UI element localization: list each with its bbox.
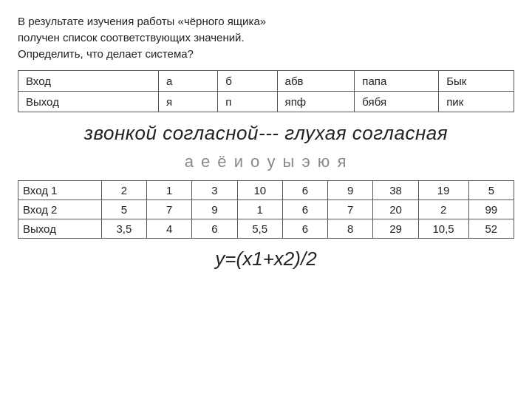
intro-text: В результате изучения работы «чёрного ящ… bbox=[18, 13, 514, 61]
table-cell: 3,5 bbox=[101, 219, 146, 239]
table-cell: 1 bbox=[237, 200, 282, 219]
table-cell: Вход bbox=[18, 71, 159, 92]
table-cell: 38 bbox=[373, 181, 418, 200]
table-cell: 2 bbox=[418, 200, 468, 219]
table-row: ВходабабвпапаБык bbox=[18, 71, 514, 92]
table-cell: 7 bbox=[147, 200, 192, 219]
table-cell: 4 bbox=[147, 219, 192, 239]
table-cell: Вход 1 bbox=[18, 181, 102, 200]
table-cell: 6 bbox=[282, 181, 327, 200]
table2: Вход 1213106938195Вход 257916720299Выход… bbox=[18, 180, 514, 239]
table-cell: 10 bbox=[237, 181, 282, 200]
table-cell: 99 bbox=[468, 200, 514, 219]
table-cell: япф bbox=[277, 92, 355, 112]
table-cell: Вход 2 bbox=[18, 200, 102, 219]
page: В результате изучения работы «чёрного ящ… bbox=[0, 0, 532, 399]
table-cell: абв bbox=[277, 71, 355, 92]
table-cell: 5 bbox=[101, 200, 146, 219]
table-cell: я bbox=[159, 92, 218, 112]
table-cell: б bbox=[218, 71, 277, 92]
table-cell: 6 bbox=[282, 219, 327, 239]
intro-line1: В результате изучения работы «чёрного ящ… bbox=[18, 15, 266, 27]
intro-line2: получен список соответствующих значений. bbox=[18, 31, 245, 44]
table-cell: 10,5 bbox=[418, 219, 468, 239]
table-row: Выход3,5465,5682910,552 bbox=[18, 219, 514, 239]
table-cell: 6 bbox=[282, 200, 327, 219]
formula-text: y=(x1+x2)/2 bbox=[18, 248, 514, 270]
table-row: Выходяпяпфбябяпик bbox=[18, 92, 514, 112]
table-cell: п bbox=[218, 92, 277, 112]
table-cell: 9 bbox=[192, 200, 237, 219]
table-cell: 7 bbox=[328, 200, 373, 219]
table-row: Вход 257916720299 bbox=[18, 200, 514, 219]
table-cell: 1 bbox=[147, 181, 192, 200]
table-cell: Выход bbox=[18, 219, 102, 239]
intro-line3: Определить, что делает система? bbox=[18, 47, 194, 60]
table-cell: 5,5 bbox=[237, 219, 282, 239]
table-cell: Бык bbox=[439, 71, 514, 92]
table-cell: 19 bbox=[418, 181, 468, 200]
table-cell: 8 bbox=[328, 219, 373, 239]
table-cell: Выход bbox=[18, 92, 159, 112]
table-row: Вход 1213106938195 bbox=[18, 181, 514, 200]
table-cell: 9 bbox=[328, 181, 373, 200]
table-cell: 3 bbox=[192, 181, 237, 200]
table-cell: бябя bbox=[355, 92, 439, 112]
table-cell: папа bbox=[355, 71, 439, 92]
table-cell: 29 bbox=[373, 219, 418, 239]
rule-text: звонкой согласной--- глухая согласная bbox=[18, 121, 514, 146]
vowels-text: а е ё и о у ы э ю я bbox=[18, 152, 514, 171]
table-cell: пик bbox=[439, 92, 514, 112]
table-cell: 5 bbox=[468, 181, 514, 200]
table-cell: 6 bbox=[192, 219, 237, 239]
table-cell: а bbox=[159, 71, 218, 92]
table-cell: 52 bbox=[468, 219, 514, 239]
table-cell: 2 bbox=[101, 181, 146, 200]
table-cell: 20 bbox=[373, 200, 418, 219]
table1: ВходабабвпапаБыкВыходяпяпфбябяпик bbox=[18, 70, 514, 112]
